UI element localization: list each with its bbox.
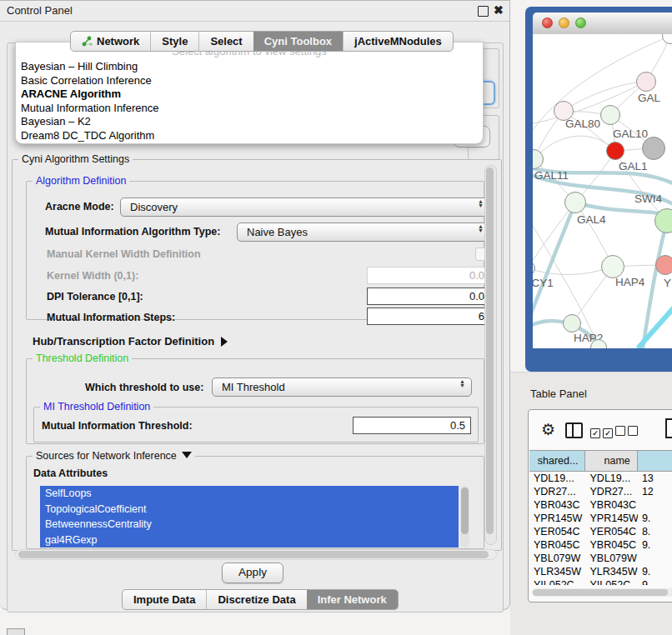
- apply-button[interactable]: Apply: [222, 562, 283, 583]
- tab-impute-data[interactable]: Impute Data: [123, 590, 206, 609]
- aracne-mode-select[interactable]: Discovery ▲▼: [120, 198, 490, 217]
- which-threshold-select[interactable]: MI Threshold ▲▼: [212, 378, 472, 397]
- tab-label: Impute Data: [133, 593, 195, 606]
- control-panel-window: Control Panel ✖ NetworkStyleSelectCyni T…: [0, 0, 510, 610]
- settings-horizontal-scrollbar[interactable]: [15, 549, 497, 560]
- gear-icon[interactable]: ⚙: [541, 420, 555, 439]
- sources-title[interactable]: Sources for Network Inference: [33, 450, 195, 462]
- table-cell: 9.: [638, 538, 672, 552]
- network-node-label: Y: [664, 277, 671, 289]
- table-row[interactable]: YDR27...YDR27...12: [529, 485, 672, 498]
- deselect-all-columns-icon[interactable]: [615, 424, 640, 439]
- table-cell: YDR27...: [529, 485, 586, 498]
- attribute-item-topologicalcoefficient[interactable]: TopologicalCoefficient: [40, 502, 459, 518]
- aracne-mode-value: Discovery: [130, 201, 178, 213]
- table-cell: YBL079W: [529, 552, 586, 565]
- algorithm-option-mutual-information-inference[interactable]: Mutual Information Inference: [19, 102, 479, 116]
- float-window-icon[interactable]: [478, 6, 489, 17]
- document-icon[interactable]: [665, 418, 672, 438]
- screen: Control Panel ✖ NetworkStyleSelectCyni T…: [0, 0, 672, 635]
- close-icon[interactable]: ✖: [494, 3, 504, 17]
- select-all-columns-icon[interactable]: ✓✓: [590, 424, 615, 439]
- which-threshold-label: Which threshold to use:: [85, 382, 203, 393]
- algorithm-option-bayesian-hill-climbing[interactable]: Bayesian – Hill Climbing: [19, 60, 479, 74]
- attribute-item-betweennesscentrality[interactable]: BetweennessCentrality: [40, 517, 459, 532]
- data-attributes-list[interactable]: SelfLoopsTopologicalCoefficientBetweenne…: [40, 486, 459, 548]
- attribute-item-gal4rgexp[interactable]: gal4RGexp: [40, 532, 459, 548]
- attribute-item-selfloops[interactable]: SelfLoops: [40, 486, 459, 502]
- data-attributes-label: Data Attributes: [33, 468, 108, 479]
- table-row[interactable]: YBR043CYBR043C: [529, 498, 672, 512]
- table-row[interactable]: YBL079WYBL079W: [529, 552, 672, 565]
- expand-arrow-icon: [221, 337, 228, 347]
- network-node-gal[interactable]: [636, 72, 656, 92]
- kernel-width-field[interactable]: 0.0: [367, 267, 490, 284]
- table-cell: YLR345W: [529, 565, 586, 578]
- tab-label: Network: [97, 35, 139, 48]
- table-cell: YLR345W: [586, 565, 638, 578]
- network-window-titlebar[interactable]: [533, 12, 672, 35]
- network-node-hap2[interactable]: [563, 314, 581, 332]
- tab-style[interactable]: Style: [150, 32, 198, 51]
- table-cell: [638, 498, 672, 512]
- algorithm-option-dream8-dc-tdc-algorithm[interactable]: Dream8 DC_TDC Algorithm: [19, 129, 479, 143]
- table-row[interactable]: YIL052CYIL052C9: [529, 578, 672, 585]
- mi-threshold-field[interactable]: 0.5: [353, 417, 471, 434]
- tab-cyni-toolbox[interactable]: Cyni Toolbox: [253, 32, 343, 51]
- tab-infer-network[interactable]: Infer Network: [307, 590, 398, 609]
- table-row[interactable]: YDL19...YDL19...13: [529, 472, 672, 485]
- attributes-scrollbar[interactable]: [460, 486, 469, 548]
- network-node-label: GCY1: [533, 277, 554, 289]
- network-node-label: GAL4: [577, 213, 606, 226]
- network-node-label: SWI4: [634, 192, 662, 205]
- mi-threshold-definition-title: MI Threshold Definition: [40, 401, 153, 412]
- minimize-traffic-light-icon[interactable]: [559, 18, 569, 28]
- network-node-gal10[interactable]: [600, 105, 620, 125]
- table-cell: YPR145W: [586, 512, 638, 525]
- network-node-gal1[interactable]: [606, 142, 624, 160]
- algorithm-option-basic-correlation-inference[interactable]: Basic Correlation Inference: [19, 74, 479, 88]
- network-node-y[interactable]: [655, 255, 672, 275]
- tab-network[interactable]: Network: [71, 32, 150, 51]
- table-cell: YIL052C: [529, 578, 586, 585]
- table-row[interactable]: YLR345WYLR345W9.: [529, 565, 672, 578]
- algorithm-option-bayesian-k2[interactable]: Bayesian – K2: [19, 115, 479, 129]
- table-body: YDL19...YDL19...13YDR27...YDR27...12YBR0…: [529, 472, 672, 585]
- tab-jactivemnodules[interactable]: jActiveMNodules: [343, 32, 453, 51]
- network-node-gal4[interactable]: [564, 192, 586, 213]
- network-node-hap4[interactable]: [601, 255, 624, 278]
- algorithm-option-aracne-algorithm[interactable]: ARACNE Algorithm: [19, 88, 479, 102]
- table-cell: 8.: [638, 525, 672, 538]
- network-node[interactable]: [642, 137, 665, 160]
- table-horizontal-scrollbar[interactable]: [532, 588, 672, 597]
- dpi-tolerance-field[interactable]: 0.0: [367, 288, 490, 305]
- table-panel-box: ⚙ ✓✓ shared...name YDL19...YDL19...13YDR…: [528, 409, 672, 602]
- threshold-definition-group: Threshold Definition Which threshold to …: [26, 358, 484, 444]
- table-row[interactable]: YPR145WYPR145W9.: [529, 512, 672, 525]
- mi-algorithm-type-select[interactable]: Naive Bayes ▲▼: [237, 222, 490, 242]
- column-header-shared[interactable]: shared...: [529, 451, 585, 471]
- table-cell: YDL19...: [586, 472, 638, 485]
- tab-discretize-data[interactable]: Discretize Data: [206, 590, 306, 609]
- zoom-traffic-light-icon[interactable]: [575, 18, 586, 28]
- table-panel-title: Table Panel: [530, 388, 587, 400]
- hub-definition-expander[interactable]: Hub/Transcription Factor Definition: [33, 335, 228, 348]
- settings-vertical-scrollbar[interactable]: [484, 165, 497, 545]
- spinner-icon: ▲▼: [459, 380, 465, 388]
- tab-label: Discretize Data: [218, 593, 295, 606]
- tab-label: Select: [210, 35, 242, 48]
- table-row[interactable]: YBR045CYBR045C9.: [529, 538, 672, 552]
- table-row[interactable]: YER054CYER054C8.: [529, 525, 672, 538]
- column-header-name[interactable]: name: [585, 451, 637, 471]
- column-browser-icon[interactable]: [565, 422, 583, 438]
- column-header-2[interactable]: [638, 451, 672, 471]
- mi-steps-field[interactable]: 6: [367, 308, 490, 325]
- tab-select[interactable]: Select: [198, 32, 253, 51]
- control-panel-tabbar: NetworkStyleSelectCyni ToolboxjActiveMNo…: [70, 31, 454, 52]
- close-traffic-light-icon[interactable]: [542, 18, 553, 28]
- collapsed-panel-button[interactable]: [7, 628, 25, 635]
- network-canvas[interactable]: GALGAL80GAL10GAL1GAL11SWI4GAL4GCY1HAP4YH…: [533, 34, 672, 348]
- network-icon: [82, 36, 93, 47]
- table-cell: YBR043C: [586, 498, 638, 512]
- collapse-arrow-icon: [182, 452, 192, 458]
